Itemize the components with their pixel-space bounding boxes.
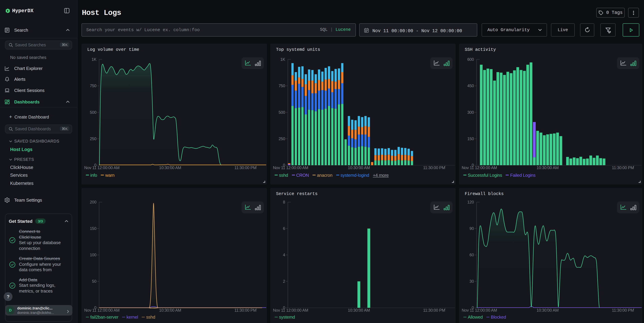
svg-text:6: 6 — [283, 226, 285, 231]
svg-text:1K: 1K — [280, 57, 285, 62]
svg-text:10:30:00 AM: 10:30:00 AM — [348, 308, 370, 312]
svg-text:8: 8 — [283, 200, 285, 204]
svg-text:500: 500 — [278, 110, 285, 115]
svg-text:Nov 11 12:00:00 AM: Nov 11 12:00:00 AM — [462, 308, 497, 312]
svg-text:1K: 1K — [92, 57, 96, 62]
svg-text:100: 100 — [90, 253, 96, 257]
svg-text:Nov 11 12:00:00 AM: Nov 11 12:00:00 AM — [273, 165, 308, 170]
svg-text:200: 200 — [90, 200, 96, 204]
svg-text:90: 90 — [470, 226, 474, 231]
svg-text:Nov 11 12:00:00 AM: Nov 11 12:00:00 AM — [84, 308, 120, 312]
svg-text:Nov 11 12:00:00 AM: Nov 11 12:00:00 AM — [84, 165, 120, 170]
svg-text:450: 450 — [467, 84, 474, 88]
svg-text:50: 50 — [92, 279, 96, 283]
svg-text:11:30:00 PM: 11:30:00 PM — [612, 165, 634, 170]
svg-text:10:30:00 AM: 10:30:00 AM — [348, 165, 370, 170]
svg-text:150: 150 — [467, 136, 474, 141]
svg-text:500: 500 — [90, 110, 96, 115]
svg-text:10:30:00 AM: 10:30:00 AM — [159, 308, 181, 312]
svg-text:11:30:00 PM: 11:30:00 PM — [423, 165, 445, 170]
svg-text:11:30:00 PM: 11:30:00 PM — [612, 308, 634, 312]
svg-text:10:30:00 AM: 10:30:00 AM — [159, 165, 181, 170]
svg-text:300: 300 — [467, 110, 474, 115]
svg-text:4: 4 — [283, 253, 285, 257]
svg-text:2: 2 — [283, 279, 285, 283]
svg-text:150: 150 — [90, 226, 96, 231]
svg-text:10:30:00 AM: 10:30:00 AM — [536, 308, 558, 312]
svg-text:11:30:00 PM: 11:30:00 PM — [234, 165, 256, 170]
svg-text:250: 250 — [90, 136, 96, 141]
svg-text:60: 60 — [470, 253, 474, 257]
svg-text:120: 120 — [467, 200, 474, 204]
svg-text:Nov 11 12:00:00 AM: Nov 11 12:00:00 AM — [273, 308, 308, 312]
svg-text:250: 250 — [278, 136, 285, 141]
svg-text:750: 750 — [90, 84, 96, 88]
svg-text:Nov 11 12:00:00 AM: Nov 11 12:00:00 AM — [462, 165, 497, 170]
svg-text:30: 30 — [470, 279, 474, 283]
svg-text:600: 600 — [467, 57, 474, 62]
svg-text:750: 750 — [278, 84, 285, 88]
svg-text:11:30:00 PM: 11:30:00 PM — [234, 308, 256, 312]
svg-text:10:30:00 AM: 10:30:00 AM — [536, 165, 558, 170]
svg-text:11:30:00 PM: 11:30:00 PM — [423, 308, 445, 312]
